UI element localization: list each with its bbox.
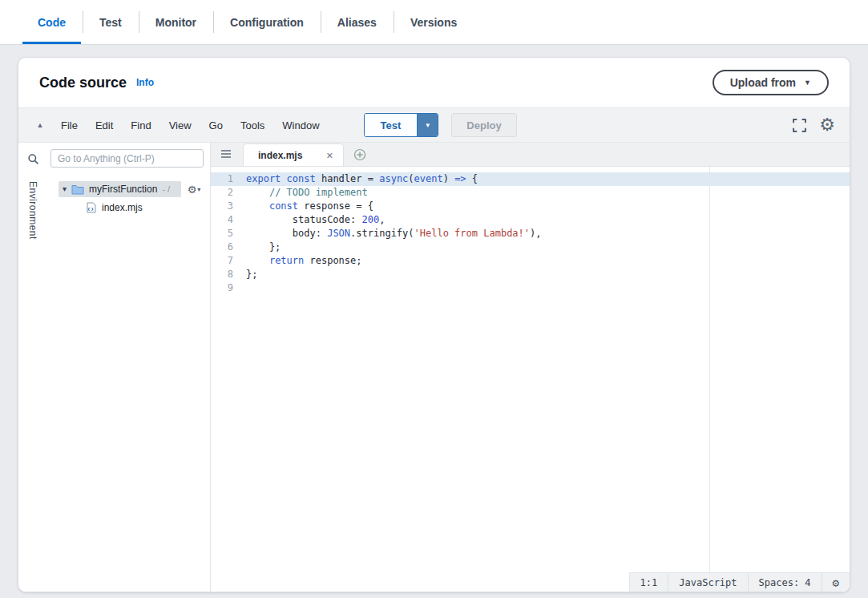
- code-text: return response;: [244, 254, 362, 268]
- file-tree: ▾ myFirstFunction - / ⚙ ▾ index.mjs: [47, 180, 210, 216]
- line-number[interactable]: 1: [211, 172, 244, 186]
- code-text: [244, 281, 246, 295]
- menu-go[interactable]: Go: [200, 116, 232, 135]
- chevron-down-icon: ▾: [197, 186, 200, 193]
- editor-workspace: Environment ▾ myFirstFunction - / ⚙ ▾: [18, 143, 850, 592]
- code-editor-pane: index.mjs × 1export const handler = asyn…: [211, 143, 850, 592]
- code-area[interactable]: 1export const handler = async(event) => …: [211, 167, 850, 592]
- line-number[interactable]: 4: [211, 213, 244, 227]
- editor-chrome-right: ⚙: [793, 116, 835, 134]
- line-number[interactable]: 8: [211, 268, 244, 281]
- info-link[interactable]: Info: [136, 77, 154, 88]
- top-tab-bar: CodeTestMonitorConfigurationAliasesVersi…: [0, 0, 868, 45]
- menu-edit[interactable]: Edit: [87, 116, 122, 135]
- editor-settings-gear-icon[interactable]: ⚙: [819, 116, 835, 134]
- code-line-7[interactable]: 7 return response;: [211, 254, 850, 268]
- chevron-down-icon: ▼: [804, 79, 811, 87]
- menu-find[interactable]: Find: [122, 116, 159, 135]
- tree-expand-caret-icon[interactable]: ▾: [63, 185, 67, 193]
- editor-tab-index-mjs[interactable]: index.mjs ×: [243, 143, 344, 166]
- tab-list-icon[interactable]: [216, 143, 236, 164]
- tab-test[interactable]: Test: [83, 0, 139, 44]
- root-folder-path: - /: [162, 184, 170, 194]
- search-icon[interactable]: [27, 149, 39, 168]
- code-line-8[interactable]: 8};: [211, 268, 850, 281]
- js-file-icon: [87, 202, 96, 213]
- code-text: body: JSON.stringify('Hello from Lambda!…: [244, 227, 542, 240]
- file-label: index.mjs: [102, 202, 143, 213]
- code-line-5[interactable]: 5 body: JSON.stringify('Hello from Lambd…: [211, 227, 850, 240]
- tab-versions[interactable]: Versions: [394, 0, 474, 44]
- code-line-2[interactable]: 2 // TODO implement: [211, 186, 850, 200]
- file-explorer-sidebar: ▾ myFirstFunction - / ⚙ ▾ index.mjs: [47, 143, 211, 592]
- code-line-9[interactable]: 9: [211, 281, 850, 295]
- line-number[interactable]: 5: [211, 227, 244, 240]
- code-text: // TODO implement: [244, 186, 368, 200]
- code-text: export const handler = async(event) => {: [244, 172, 478, 186]
- tab-configuration[interactable]: Configuration: [213, 0, 321, 44]
- tree-row-index-mjs[interactable]: index.mjs: [47, 200, 210, 216]
- code-line-1[interactable]: 1export const handler = async(event) => …: [211, 172, 850, 186]
- code-line-4[interactable]: 4 statusCode: 200,: [211, 213, 850, 227]
- panel-header: Code source Info Upload from ▼: [18, 58, 850, 107]
- status-settings-button[interactable]: ⚙: [822, 573, 850, 592]
- editor-tab-label: index.mjs: [258, 150, 302, 161]
- indentation-setting[interactable]: Spaces: 4: [748, 573, 822, 592]
- editor-menubar: ▲ FileEditFindViewGoToolsWindow Test ▼ D…: [18, 107, 850, 143]
- tab-aliases[interactable]: Aliases: [321, 0, 394, 44]
- test-dropdown-button[interactable]: ▼: [417, 114, 438, 136]
- collapse-pane-icon[interactable]: ▲: [30, 121, 50, 129]
- code-text: const response = {: [244, 200, 373, 213]
- print-margin-ruler: [709, 167, 710, 572]
- gear-icon: ⚙: [188, 184, 197, 195]
- page-title: Code source: [39, 75, 127, 91]
- left-dock-strip: Environment: [18, 143, 47, 592]
- editor-menus: FileEditFindViewGoToolsWindow: [52, 116, 329, 135]
- menu-tools[interactable]: Tools: [232, 116, 273, 135]
- line-number[interactable]: 6: [211, 240, 244, 254]
- code-source-panel: Code source Info Upload from ▼ ▲ FileEdi…: [18, 57, 850, 592]
- code-text: statusCode: 200,: [244, 213, 385, 227]
- line-number[interactable]: 3: [211, 200, 244, 213]
- tree-settings-button[interactable]: ⚙ ▾: [181, 184, 207, 195]
- line-number[interactable]: 7: [211, 254, 244, 268]
- gear-icon: ⚙: [833, 577, 839, 588]
- syntax-mode[interactable]: JavaScript: [668, 573, 747, 592]
- upload-from-button[interactable]: Upload from ▼: [713, 70, 829, 95]
- cursor-position[interactable]: 1:1: [630, 573, 668, 592]
- tree-row-root-folder[interactable]: ▾ myFirstFunction - / ⚙ ▾: [47, 180, 210, 198]
- root-folder-label: myFirstFunction: [89, 184, 157, 195]
- tree-root-selection[interactable]: ▾ myFirstFunction - /: [59, 181, 181, 197]
- environment-tab[interactable]: Environment: [27, 181, 38, 240]
- new-tab-icon[interactable]: [353, 148, 366, 161]
- folder-icon: [71, 184, 84, 195]
- code-line-3[interactable]: 3 const response = {: [211, 200, 850, 213]
- menu-view[interactable]: View: [160, 116, 200, 135]
- test-button[interactable]: Test: [365, 114, 418, 136]
- line-number[interactable]: 2: [211, 186, 244, 200]
- code-line-6[interactable]: 6 };: [211, 240, 850, 254]
- tab-code[interactable]: Code: [21, 0, 83, 44]
- fullscreen-icon[interactable]: [793, 119, 806, 132]
- line-number[interactable]: 9: [211, 281, 244, 295]
- close-icon[interactable]: ×: [326, 150, 333, 161]
- upload-from-label: Upload from: [730, 76, 796, 89]
- menu-file[interactable]: File: [52, 116, 87, 135]
- editor-tabstrip: index.mjs ×: [211, 143, 850, 167]
- tab-monitor[interactable]: Monitor: [139, 0, 213, 44]
- test-split-button: Test ▼: [364, 113, 439, 137]
- goto-anything-input[interactable]: [50, 149, 204, 168]
- menu-window[interactable]: Window: [273, 116, 328, 135]
- code-text: };: [244, 240, 281, 254]
- deploy-button[interactable]: Deploy: [451, 113, 516, 137]
- code-text: };: [244, 268, 257, 281]
- code-lines: 1export const handler = async(event) => …: [211, 172, 850, 295]
- editor-statusbar: 1:1 JavaScript Spaces: 4 ⚙: [629, 572, 850, 592]
